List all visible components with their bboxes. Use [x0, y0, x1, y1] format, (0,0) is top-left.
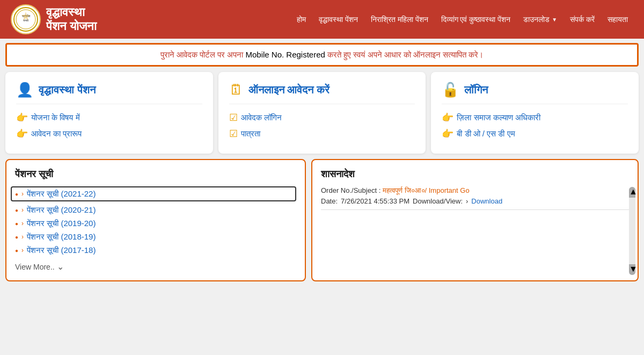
finger-icon-2: 👉 — [16, 128, 28, 140]
order-subject-value: महत्वपूर्ण जि०आ०/ Important Go — [383, 186, 470, 194]
patrata-link[interactable]: ☑ पात्रता — [229, 128, 415, 140]
bullet-icon: ● — [15, 207, 18, 213]
pensioner-2017-link[interactable]: पेंशनर सूची (2017-18) — [27, 245, 96, 255]
lock-icon: 🔓 — [442, 82, 459, 98]
navbar: सत्यमेव जयते वृद्धावस्था पेंशन योजना होम… — [0, 0, 644, 39]
list-item: ● › पेंशनर सूची (2018-19) — [15, 232, 296, 242]
view-more-button[interactable]: View More.. ⌄ — [15, 262, 296, 272]
pensioner-2018-link[interactable]: पेंशनर सूची (2018-19) — [27, 232, 96, 242]
checkbox-icon-1: ☑ — [229, 112, 238, 124]
order-row: Order No./Subject : महत्वपूर्ण जि०आ०/ Im… — [321, 186, 629, 210]
card-vriddha-pension: 👤 वृद्धावस्था पेंशन 👉 योजना के विषय में … — [5, 72, 213, 154]
nav-contact[interactable]: संपर्क करें — [565, 12, 600, 27]
download-arrow-icon: › — [466, 197, 468, 205]
scrollbar[interactable]: ▲ ▼ — [629, 187, 635, 275]
bullet-icon: ● — [15, 234, 18, 240]
finger-icon-3: 👉 — [442, 112, 453, 124]
card3-header: 🔓 लॉगिन — [442, 82, 628, 104]
arrow-icon: › — [21, 233, 24, 241]
nav-download-dropdown[interactable]: डाउनलोड ▼ — [518, 12, 562, 27]
card2-header: 🗓 ऑनलाइन आवेदन करें — [229, 82, 415, 104]
nav-home[interactable]: होम — [291, 12, 311, 27]
scrollbar-up-icon[interactable]: ▲ — [629, 187, 635, 198]
date-value: 7/26/2021 4:55:33 PM — [341, 197, 409, 205]
card3-title: लॉगिन — [464, 84, 488, 96]
yojana-vishay-link[interactable]: 👉 योजना के विषय में — [16, 112, 202, 124]
site-title: वृद्धावस्था पेंशन योजना — [46, 5, 97, 34]
zila-samaj-link[interactable]: 👉 ज़िला समाज कल्याण अधिकारी — [442, 112, 628, 124]
pensioner-list-box: पेंशनर सूची ● › पेंशनर सूची (2021-22) ● … — [5, 159, 306, 281]
download-view-label: Download/View: — [413, 197, 463, 205]
bullet-icon: ● — [15, 221, 18, 227]
chevron-down-icon: ⌄ — [57, 262, 64, 272]
dropdown-arrow-icon: ▼ — [552, 17, 557, 23]
info-cards-row: 👤 वृद्धावस्था पेंशन 👉 योजना के विषय में … — [5, 72, 639, 154]
aavedan-praroop-link[interactable]: 👉 आवेदन का प्रारूप — [16, 128, 202, 140]
list-item: ● › पेंशनर सूची (2019-20) — [15, 219, 296, 228]
order-label: Order No./Subject : — [321, 186, 380, 194]
card-login: 🔓 लॉगिन 👉 ज़िला समाज कल्याण अधिकारी 👉 बी… — [431, 72, 639, 154]
list-item: ● › पेंशनर सूची (2017-18) — [15, 245, 296, 255]
person-icon: 👤 — [16, 82, 33, 98]
card2-title: ऑनलाइन आवेदन करें — [248, 84, 330, 96]
nav-links: होम वृद्धावस्था पेंशन निराश्रित महिला पे… — [113, 12, 633, 27]
nav-divyang[interactable]: दिव्यांग एवं कुष्ठावस्था पेंशन — [436, 12, 516, 27]
pensioner-2021-link[interactable]: पेंशनर सूची (2021-22) — [27, 189, 96, 199]
arrow-icon: › — [21, 220, 24, 227]
pensioner-2019-link[interactable]: पेंशनर सूची (2019-20) — [27, 219, 96, 228]
logo-area: सत्यमेव जयते वृद्धावस्था पेंशन योजना — [11, 4, 97, 34]
bottom-row: पेंशनर सूची ● › पेंशनर सूची (2021-22) ● … — [5, 159, 639, 281]
list-item: ● › पेंशनर सूची (2020-21) — [15, 205, 296, 215]
nav-help[interactable]: सहायता — [602, 12, 633, 27]
card1-title: वृद्धावस्था पेंशन — [39, 84, 96, 96]
emblem: सत्यमेव जयते — [11, 4, 41, 34]
list-item: ● › पेंशनर सूची (2021-22) — [11, 186, 296, 201]
download-link[interactable]: Download — [471, 197, 502, 205]
pensioner-list: ● › पेंशनर सूची (2021-22) ● › पेंशनर सूच… — [15, 186, 296, 255]
arrow-icon: › — [21, 247, 24, 254]
pensioner-list-title: पेंशनर सूची — [15, 169, 296, 180]
announcement-banner: पुराने आवेदक पोर्टल पर अपना Mobile No. R… — [5, 43, 639, 67]
bullet-icon: ● — [15, 191, 18, 197]
form-icon: 🗓 — [229, 82, 243, 98]
aavedan-login-link[interactable]: ☑ आवेदक लॉगिन — [229, 112, 415, 124]
bdo-sdm-link[interactable]: 👉 बी डी ओ / एस डी एम — [442, 128, 628, 140]
date-label: Date: — [321, 197, 338, 205]
pensioner-2020-link[interactable]: पेंशनर सूची (2020-21) — [27, 205, 96, 215]
shasnadesh-title: शासनादेश — [321, 169, 629, 180]
order-subject: Order No./Subject : महत्वपूर्ण जि०आ०/ Im… — [321, 186, 629, 195]
arrow-icon: › — [21, 190, 24, 198]
bullet-icon: ● — [15, 248, 18, 253]
nav-nirasrit[interactable]: निराश्रित महिला पेंशन — [365, 12, 434, 27]
arrow-icon: › — [21, 206, 24, 214]
card1-header: 👤 वृद्धावस्था पेंशन — [16, 82, 202, 104]
scrollbar-down-icon[interactable]: ▼ — [629, 264, 635, 275]
checkbox-icon-2: ☑ — [229, 128, 238, 140]
card-online-aavedan: 🗓 ऑनलाइन आवेदन करें ☑ आवेदक लॉगिन ☑ पात्… — [218, 72, 426, 154]
nav-vriddha[interactable]: वृद्धावस्था पेंशन — [313, 12, 363, 27]
shasnadesh-box: शासनादेश Order No./Subject : महत्वपूर्ण … — [311, 159, 639, 281]
finger-icon-4: 👉 — [442, 128, 453, 140]
order-date-row: Date: 7/26/2021 4:55:33 PM Download/View… — [321, 197, 629, 205]
finger-icon-1: 👉 — [16, 112, 28, 124]
